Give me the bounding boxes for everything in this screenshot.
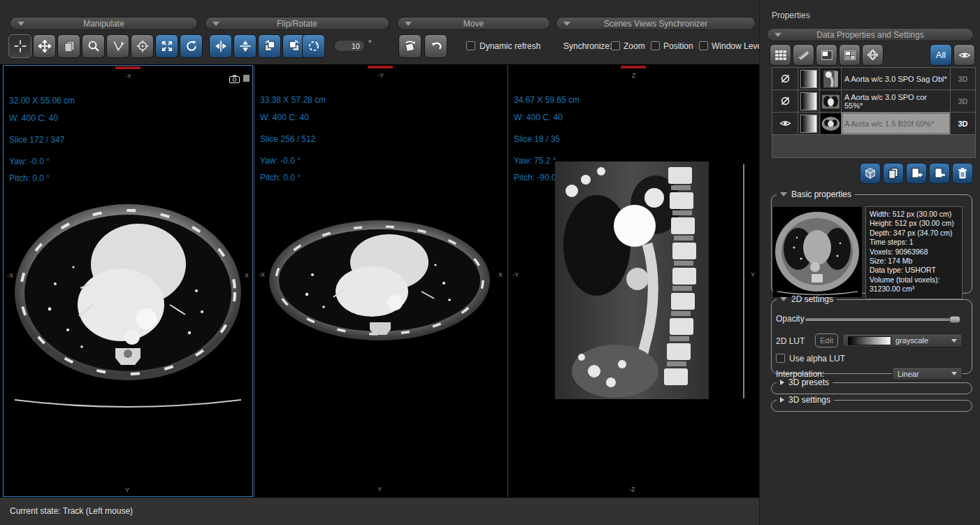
prop-depth: Depth: 347 px (34.70 cm) — [870, 229, 958, 238]
legend-label: 3D presets — [788, 377, 829, 387]
camera-icon[interactable] — [229, 75, 240, 83]
slice-marker-bar — [621, 66, 646, 69]
stack-tool-button[interactable] — [57, 34, 80, 58]
sync-window-levels-checkbox[interactable] — [699, 41, 708, 50]
presets-3d-legend[interactable]: 3D presets — [777, 377, 833, 387]
dataset-row[interactable]: A Aorta w/c 3.0 SPO Sag Obl* 3D — [772, 68, 975, 90]
mode-3d-button[interactable]: 3D — [951, 113, 975, 134]
orientation-right-label: X — [498, 271, 503, 278]
prism-view-button[interactable] — [862, 44, 884, 66]
copy-icon — [887, 167, 900, 180]
quad-pane-button[interactable] — [839, 44, 860, 66]
zoom-tool-button[interactable] — [82, 34, 105, 58]
rotate-left-button[interactable] — [258, 34, 281, 58]
gradient-swatch — [800, 70, 817, 88]
toolbar-group-move[interactable]: Move — [397, 17, 550, 30]
chevron-down-icon — [405, 22, 412, 26]
free-rotate-button[interactable] — [302, 34, 325, 58]
medical-imaging-app: { "toolbar": { "groups": [ {"label": "Ma… — [0, 0, 980, 525]
settings-2d-group: 2D settings Opacity 2D LUT Edit grayscal… — [771, 294, 972, 374]
data-properties-header[interactable]: Data Properties and Settings — [767, 28, 974, 41]
stack-icon — [63, 40, 75, 52]
visible-icon — [958, 49, 971, 62]
rotation-angle-input[interactable] — [334, 40, 365, 52]
sync-position-label: Position — [663, 41, 693, 51]
volume-3d-button[interactable] — [860, 163, 881, 184]
settings-2d-legend[interactable]: 2D settings — [777, 294, 837, 304]
alpha-lut-checkbox[interactable] — [776, 354, 785, 363]
lut-label: 2D LUT — [776, 336, 805, 346]
settings-3d-legend[interactable]: 3D settings — [777, 395, 834, 405]
dataset-name[interactable]: A Aorta w/c 1.5 B20f 60%* — [842, 113, 951, 134]
visibility-toggle[interactable] — [772, 90, 798, 112]
measure-button[interactable] — [793, 44, 814, 66]
tilt-view-button[interactable] — [398, 34, 421, 58]
expand-right-icon — [780, 397, 784, 403]
prop-size: Size: 174 Mb — [870, 257, 958, 266]
export-button[interactable] — [906, 163, 927, 184]
sync-zoom-checkbox[interactable] — [611, 41, 620, 50]
dataset-row-selected[interactable]: A Aorta w/c 1.5 B20f 60%* 3D — [772, 113, 975, 135]
lut-dropdown[interactable]: grayscale — [842, 333, 963, 347]
settings-3d-group: 3D settings — [771, 395, 972, 412]
expand-right-icon — [780, 380, 784, 385]
fit-expand-button[interactable] — [155, 34, 178, 58]
toolbar-group-scenes-sync[interactable]: Scenes Views Synchronizer — [556, 17, 756, 30]
slice-marker-bar — [115, 66, 140, 69]
viewport-corner-handle[interactable] — [243, 75, 250, 82]
target-tool-button[interactable] — [131, 34, 154, 58]
group-label: Flip/Rotate — [277, 19, 317, 29]
panel-title: Properties — [772, 10, 810, 20]
rotate-3d-button[interactable] — [180, 34, 203, 58]
edit-lut-button[interactable]: Edit — [815, 333, 838, 347]
opacity-slider-handle[interactable] — [949, 316, 960, 323]
dynamic-refresh-checkbox[interactable] — [466, 41, 475, 50]
slice-label: Slice 256 / 512 — [260, 134, 315, 144]
chevron-down-icon — [951, 372, 957, 375]
dataset-row[interactable]: A Aorta w/c 3.0 SPO cor 55%* 3D — [772, 90, 975, 113]
visibility-toggle[interactable] — [772, 113, 798, 134]
status-bar: Current state: Track (Left mouse) New Se… — [0, 498, 759, 525]
visibility-button[interactable] — [953, 44, 975, 66]
angle-unit-label: ° — [368, 38, 371, 47]
grid-view-button[interactable] — [770, 44, 791, 66]
orientation-bottom-label: Y — [125, 487, 129, 494]
dataset-name[interactable]: A Aorta w/c 3.0 SPO cor 55%* — [842, 90, 951, 112]
opacity-slider-track[interactable] — [805, 318, 960, 321]
chevron-down-icon — [951, 339, 957, 343]
pitch-label: Pitch: 0.0 ° — [260, 173, 301, 182]
flip-horizontal-button[interactable] — [209, 34, 232, 58]
dataset-thumbnail[interactable] — [820, 113, 842, 134]
mode-3d-button[interactable]: 3D — [951, 68, 975, 89]
orientation-top-label: -Y — [377, 72, 384, 79]
toolbar-group-flip-rotate[interactable]: Flip/Rotate — [205, 17, 389, 30]
lut-thumbnail[interactable] — [798, 113, 820, 134]
lut-thumbnail[interactable] — [798, 90, 820, 112]
delete-button[interactable] — [952, 163, 973, 184]
crosshair-tool-button[interactable] — [8, 34, 31, 58]
duplicate-button[interactable] — [883, 163, 904, 184]
basic-properties-legend[interactable]: Basic properties — [777, 189, 855, 199]
show-all-button[interactable]: All — [930, 44, 952, 66]
dataset-thumbnail[interactable] — [820, 68, 842, 89]
undo-move-button[interactable] — [424, 34, 447, 58]
alpha-lut-label: Use alpha LUT — [789, 354, 845, 364]
viewport-axial-2[interactable]: -Y Y -X X 33.38 X 57.28 cm W: 400 C: 40 … — [254, 65, 507, 497]
orientation-right-label: Y — [751, 271, 755, 278]
angle-tool-button[interactable] — [106, 34, 129, 58]
dataset-info-box: Width: 512 px (30.00 cm) Height: 512 px … — [865, 206, 963, 299]
lut-thumbnail[interactable] — [798, 68, 820, 89]
pan-tool-button[interactable] — [33, 34, 56, 58]
sync-position-checkbox[interactable] — [651, 41, 660, 50]
orientation-left-label: -Y — [512, 271, 519, 278]
viewport-axial-1[interactable]: -Y Y -X X 32.00 X 55.06 cm W: 400 C: 40 … — [3, 65, 253, 497]
import-button[interactable] — [929, 163, 950, 184]
dataset-name[interactable]: A Aorta w/c 3.0 SPO Sag Obl* — [842, 68, 951, 89]
dataset-thumbnail[interactable] — [820, 90, 842, 112]
visibility-toggle[interactable] — [772, 68, 798, 89]
toolbar-group-manipulate[interactable]: Manipulate — [10, 17, 198, 30]
flip-vertical-button[interactable] — [233, 34, 257, 58]
viewport-sagittal[interactable]: Z -Z -Y Y 34.67 X 59.65 cm W: 400 C: 40 … — [508, 65, 759, 497]
mode-3d-button[interactable]: 3D — [951, 90, 975, 112]
single-pane-button[interactable] — [816, 44, 837, 66]
